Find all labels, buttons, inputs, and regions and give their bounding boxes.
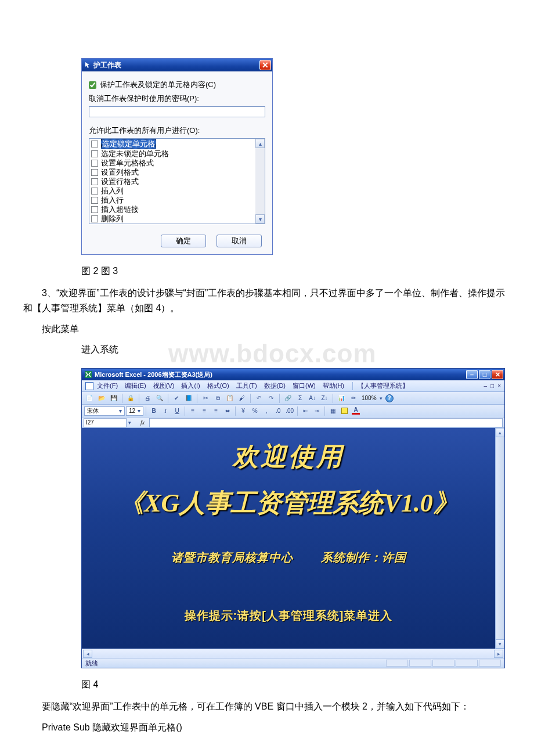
doc-maximize-button[interactable]: □ <box>490 383 494 389</box>
font-name-combo[interactable]: 宋体▾ <box>84 406 125 416</box>
name-box-dropdown-icon[interactable]: ▾ <box>128 420 131 426</box>
pointer-icon <box>84 61 92 69</box>
name-box[interactable]: I27 <box>84 418 127 427</box>
borders-icon[interactable]: ▦ <box>327 406 338 416</box>
font-color-icon[interactable]: A <box>351 406 361 416</box>
merge-center-icon[interactable]: ⬌ <box>222 406 233 416</box>
undo-icon[interactable]: ↶ <box>254 393 264 403</box>
fill-color-icon[interactable] <box>339 406 349 416</box>
scroll-down-button[interactable]: ▾ <box>255 214 265 224</box>
new-file-icon[interactable]: 📄 <box>84 393 95 403</box>
menu-data[interactable]: 数据(D) <box>264 381 286 390</box>
sort-asc-icon[interactable]: A↓ <box>307 393 317 403</box>
autosum-icon[interactable]: Σ <box>295 393 305 403</box>
perm-item-format-columns[interactable]: 设置列格式 <box>91 168 265 177</box>
dialog-titlebar[interactable]: 护工作表 ✕ <box>82 59 272 71</box>
formula-bar[interactable] <box>149 418 503 427</box>
zoom-dropdown-icon[interactable]: ▾ <box>380 395 383 401</box>
window-close-button[interactable]: ✕ <box>492 370 503 379</box>
vertical-scrollbar[interactable]: ▴ ▾ <box>495 428 504 649</box>
open-file-icon[interactable]: 📂 <box>96 393 107 403</box>
chart-wizard-icon[interactable]: 📊 <box>336 393 347 403</box>
menu-view[interactable]: 视图(V) <box>153 381 175 390</box>
formatting-toolbar: 宋体▾ 12▾ B I U ≡ ≡ ≡ ⬌ ¥ % , .0 .00 ⇤ ⇥ ▦ <box>82 405 504 417</box>
scroll-right-icon[interactable]: ▸ <box>494 650 503 658</box>
print-icon[interactable]: 🖨 <box>142 393 153 403</box>
font-size-combo[interactable]: 12▾ <box>126 406 143 416</box>
menu-custom-hr-system[interactable]: 【人事管理系统】 <box>358 381 409 390</box>
worksheet-area[interactable]: 欢迎使用 《XG人事工资管理系统V1.0》 诸暨市教育局核算中心系统制作：许国 … <box>82 428 504 649</box>
menu-format[interactable]: 格式(O) <box>207 381 229 390</box>
minimize-button[interactable]: – <box>466 370 478 379</box>
excel-titlebar[interactable]: Microsoft Excel - 2006增资工资A3(送局) – □ ✕ <box>82 369 504 380</box>
cancel-button[interactable]: 取消 <box>217 235 262 247</box>
menu-help[interactable]: 帮助(H) <box>323 381 344 390</box>
perm-item-format-rows[interactable]: 设置行格式 <box>91 177 265 186</box>
print-preview-icon[interactable]: 🔍 <box>154 393 165 403</box>
cut-icon[interactable]: ✂ <box>200 393 211 403</box>
italic-icon[interactable]: I <box>160 406 171 416</box>
doc-restore-button[interactable]: – <box>484 383 488 389</box>
scroll-down-icon[interactable]: ▾ <box>496 639 504 649</box>
menu-tools[interactable]: 工具(T) <box>236 381 257 390</box>
perm-item-select-locked[interactable]: 选定锁定单元格 <box>91 139 265 149</box>
help-icon[interactable]: ? <box>385 394 394 402</box>
bold-icon[interactable]: B <box>149 406 159 416</box>
allow-label: 允许此工作表的所有用户进行(O): <box>89 125 265 136</box>
status-well <box>456 660 478 667</box>
hyperlink-icon[interactable]: 🔗 <box>283 393 293 403</box>
perm-item-delete-columns[interactable]: 删除列 <box>91 214 265 224</box>
format-painter-icon[interactable]: 🖌 <box>237 393 247 403</box>
svg-marker-0 <box>85 62 89 68</box>
increase-decimal-icon[interactable]: .0 <box>273 406 283 416</box>
scroll-left-icon[interactable]: ◂ <box>83 650 92 658</box>
menu-file[interactable]: 文件(F) <box>97 381 118 390</box>
spelling-icon[interactable]: ✔ <box>171 393 182 403</box>
copy-icon[interactable]: ⧉ <box>212 393 223 403</box>
menu-insert[interactable]: 插入(I) <box>181 381 200 390</box>
perm-item-format-cells[interactable]: 设置单元格格式 <box>91 159 265 168</box>
menu-window[interactable]: 窗口(W) <box>293 381 316 390</box>
align-left-icon[interactable]: ≡ <box>187 406 198 416</box>
listbox-scrollbar[interactable]: ▴ ▾ <box>255 139 265 224</box>
perm-item-select-unlocked[interactable]: 选定未锁定的单元格 <box>91 149 265 159</box>
permissions-icon[interactable]: 🔒 <box>125 393 136 403</box>
protect-lock-checkbox[interactable] <box>89 81 96 89</box>
scroll-up-button[interactable]: ▴ <box>255 139 265 148</box>
paste-icon[interactable]: 📋 <box>225 393 235 403</box>
redo-icon[interactable]: ↷ <box>266 393 276 403</box>
increase-indent-icon[interactable]: ⇥ <box>312 406 322 416</box>
org-author-line: 诸暨市教育局核算中心系统制作：许国 <box>82 550 495 566</box>
status-bar: 就绪 <box>82 658 504 668</box>
menu-edit[interactable]: 编辑(E) <box>125 381 146 390</box>
decrease-decimal-icon[interactable]: .00 <box>284 406 295 416</box>
comma-icon[interactable]: , <box>261 406 272 416</box>
permissions-listbox[interactable]: 选定锁定单元格 选定未锁定的单元格 设置单元格格式 设置列格式 设置行格式 插入… <box>89 138 265 224</box>
drawing-icon[interactable]: ✏ <box>348 393 359 403</box>
doc-close-button[interactable]: × <box>497 383 501 389</box>
perm-item-insert-columns[interactable]: 插入列 <box>91 186 265 196</box>
research-icon[interactable]: 📘 <box>183 393 194 403</box>
perm-item-insert-rows[interactable]: 插入行 <box>91 196 265 205</box>
save-icon[interactable]: 💾 <box>109 393 119 403</box>
close-button[interactable]: ✕ <box>259 60 271 70</box>
protect-lock-checkbox-row[interactable]: 保护工作表及锁定的单元格内容(C) <box>89 80 265 90</box>
watermark-text: www.bdocx.com <box>168 339 377 368</box>
zoom-value[interactable]: 100% <box>360 395 378 401</box>
align-right-icon[interactable]: ≡ <box>211 406 221 416</box>
underline-icon[interactable]: U <box>172 406 182 416</box>
percent-icon[interactable]: % <box>250 406 260 416</box>
password-input[interactable] <box>89 106 265 117</box>
scroll-up-icon[interactable]: ▴ <box>496 428 504 437</box>
status-text: 就绪 <box>85 659 98 668</box>
ok-button[interactable]: 确定 <box>161 235 206 247</box>
sort-desc-icon[interactable]: Z↓ <box>319 393 330 403</box>
maximize-button[interactable]: □ <box>479 370 490 379</box>
horizontal-scrollbar[interactable]: ◂ ▸ <box>82 649 504 658</box>
currency-icon[interactable]: ¥ <box>238 406 248 416</box>
fx-icon[interactable]: fx <box>140 419 145 426</box>
paragraph-2: 按此菜单 <box>23 322 511 337</box>
align-center-icon[interactable]: ≡ <box>199 406 210 416</box>
perm-item-insert-hyperlinks[interactable]: 插入超链接 <box>91 205 265 214</box>
decrease-indent-icon[interactable]: ⇤ <box>300 406 311 416</box>
